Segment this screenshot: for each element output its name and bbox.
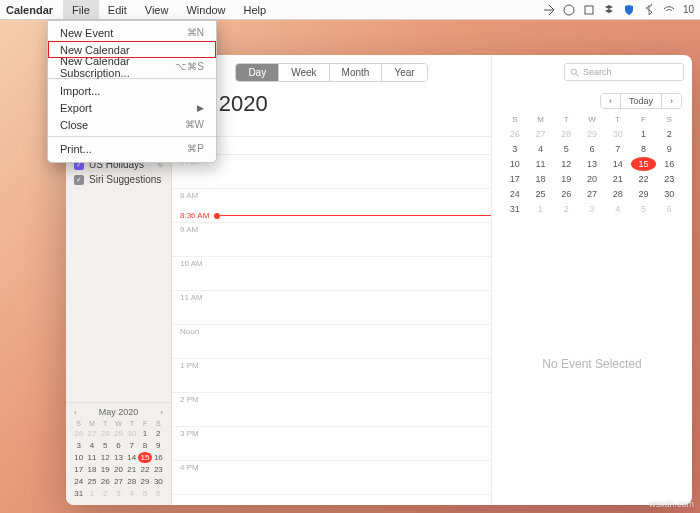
hour-grid[interactable]: 8:36 AM 7 AM8 AM9 AM10 AM11 AMNoon1 PM2 … xyxy=(172,155,491,505)
cal-day[interactable]: 12 xyxy=(553,157,579,171)
cal-day[interactable]: 21 xyxy=(125,464,138,475)
tab-year[interactable]: Year xyxy=(381,64,426,81)
cal-day[interactable]: 5 xyxy=(99,440,112,451)
cal-day[interactable]: 9 xyxy=(152,440,165,451)
cal-day[interactable]: 3 xyxy=(502,142,528,156)
cal-day[interactable]: 11 xyxy=(85,452,98,463)
menu-window[interactable]: Window xyxy=(177,0,234,19)
cal-day[interactable]: 20 xyxy=(579,172,605,186)
date-nav-buttons[interactable]: ‹ Today › xyxy=(600,93,682,109)
menu-edit[interactable]: Edit xyxy=(99,0,136,19)
cal-day[interactable]: 5 xyxy=(553,142,579,156)
cal-day[interactable]: 29 xyxy=(138,476,151,487)
cal-day[interactable]: 7 xyxy=(605,142,631,156)
cal-day[interactable]: 25 xyxy=(85,476,98,487)
cal-day[interactable]: 25 xyxy=(528,187,554,201)
hour-row[interactable]: 7 AM xyxy=(172,155,491,189)
cal-day[interactable]: 31 xyxy=(502,202,528,216)
cal-day[interactable]: 18 xyxy=(528,172,554,186)
chevron-right-icon[interactable]: › xyxy=(158,408,165,417)
cal-day[interactable]: 4 xyxy=(528,142,554,156)
shield-icon[interactable] xyxy=(623,4,635,16)
tab-week[interactable]: Week xyxy=(278,64,328,81)
wifi-icon[interactable] xyxy=(663,4,675,16)
tray-icon-2[interactable] xyxy=(563,4,575,16)
tray-icon-3[interactable] xyxy=(583,4,595,16)
cal-day[interactable]: 7 xyxy=(125,440,138,451)
cal-day[interactable]: 6 xyxy=(112,440,125,451)
cal-day[interactable]: 18 xyxy=(85,464,98,475)
cal-day[interactable]: 15 xyxy=(631,157,657,171)
cal-day[interactable]: 20 xyxy=(112,464,125,475)
cal-day[interactable]: 26 xyxy=(553,187,579,201)
prev-button[interactable]: ‹ xyxy=(601,94,620,108)
cal-day[interactable]: 8 xyxy=(631,142,657,156)
hour-row[interactable]: 4 PM xyxy=(172,461,491,495)
checkbox-icon[interactable]: ✓ xyxy=(74,175,84,185)
cal-day[interactable]: 23 xyxy=(152,464,165,475)
cal-day[interactable]: 13 xyxy=(579,157,605,171)
cal-day[interactable]: 22 xyxy=(138,464,151,475)
hour-row[interactable]: 9 AM xyxy=(172,223,491,257)
view-segmented-control[interactable]: Day Week Month Year xyxy=(235,63,427,82)
menu-export[interactable]: Export▶ xyxy=(48,99,216,116)
menu-file[interactable]: File xyxy=(63,0,99,19)
cal-day[interactable]: 22 xyxy=(631,172,657,186)
cal-day[interactable]: 30 xyxy=(152,476,165,487)
cal-day[interactable]: 11 xyxy=(528,157,554,171)
tray-icon-1[interactable] xyxy=(543,4,555,16)
next-button[interactable]: › xyxy=(661,94,681,108)
cal-day[interactable]: 4 xyxy=(85,440,98,451)
cal-day[interactable]: 16 xyxy=(656,157,682,171)
cal-day[interactable]: 6 xyxy=(579,142,605,156)
cal-day[interactable]: 29 xyxy=(631,187,657,201)
sidebar-mini-calendar[interactable]: ‹ May 2020 › SMTWTFS26272829301234567891… xyxy=(66,402,171,505)
menu-close[interactable]: Close⌘W xyxy=(48,116,216,133)
cal-day[interactable]: 12 xyxy=(99,452,112,463)
all-day-row[interactable]: all-day xyxy=(172,137,491,155)
cal-day[interactable]: 1 xyxy=(138,428,151,439)
cal-day[interactable]: 17 xyxy=(502,172,528,186)
cal-day[interactable]: 19 xyxy=(99,464,112,475)
cal-day[interactable]: 10 xyxy=(72,452,85,463)
tab-day[interactable]: Day xyxy=(236,64,278,81)
menu-import[interactable]: Import... xyxy=(48,82,216,99)
menu-view[interactable]: View xyxy=(136,0,178,19)
hour-row[interactable]: 8 AM xyxy=(172,189,491,223)
hour-row[interactable]: 10 AM xyxy=(172,257,491,291)
month-mini-calendar[interactable]: SMTWTFS262728293012345678910111213141516… xyxy=(492,113,692,222)
cal-day[interactable]: 26 xyxy=(99,476,112,487)
cal-day[interactable]: 14 xyxy=(125,452,138,463)
search-input[interactable]: Search xyxy=(564,63,684,81)
cal-day[interactable]: 17 xyxy=(72,464,85,475)
menu-new-event[interactable]: New Event⌘N xyxy=(48,24,216,41)
cal-day[interactable]: 31 xyxy=(72,488,85,499)
menubar-clock[interactable]: 10 xyxy=(683,4,694,15)
cal-day[interactable]: 28 xyxy=(125,476,138,487)
hour-row[interactable]: 1 PM xyxy=(172,359,491,393)
cal-day[interactable]: 2 xyxy=(656,127,682,141)
cal-day[interactable]: 24 xyxy=(72,476,85,487)
dropbox-icon[interactable] xyxy=(603,4,615,16)
hour-row[interactable]: 11 AM xyxy=(172,291,491,325)
cal-day[interactable]: 8 xyxy=(138,440,151,451)
cal-day[interactable]: 9 xyxy=(656,142,682,156)
cal-day[interactable]: 23 xyxy=(656,172,682,186)
cal-day[interactable]: 14 xyxy=(605,157,631,171)
today-button[interactable]: Today xyxy=(620,94,661,108)
cal-day[interactable]: 30 xyxy=(656,187,682,201)
hour-row[interactable]: 2 PM xyxy=(172,393,491,427)
menu-help[interactable]: Help xyxy=(235,0,276,19)
menu-print[interactable]: Print...⌘P xyxy=(48,140,216,157)
cal-day[interactable]: 27 xyxy=(579,187,605,201)
cal-day[interactable]: 19 xyxy=(553,172,579,186)
cal-day[interactable]: 28 xyxy=(605,187,631,201)
cal-day[interactable]: 21 xyxy=(605,172,631,186)
cal-day[interactable]: 10 xyxy=(502,157,528,171)
cal-day[interactable]: 27 xyxy=(112,476,125,487)
menu-new-subscription[interactable]: New Calendar Subscription...⌥⌘S xyxy=(48,58,216,75)
cal-day[interactable]: 24 xyxy=(502,187,528,201)
cal-day[interactable]: 2 xyxy=(152,428,165,439)
cal-day[interactable]: 16 xyxy=(152,452,165,463)
bluetooth-icon[interactable] xyxy=(643,4,655,16)
